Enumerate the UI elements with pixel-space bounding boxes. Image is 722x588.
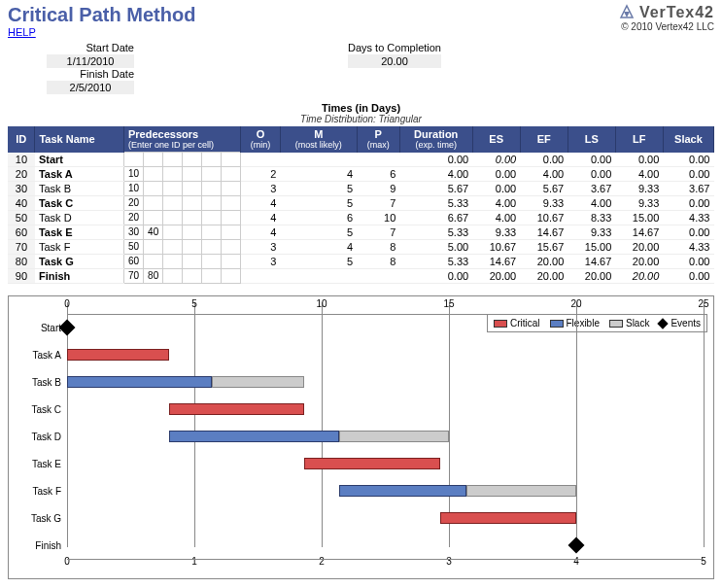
- col-task: Task Name: [35, 126, 124, 153]
- start-date-label: Start Date: [47, 42, 134, 53]
- col-pred: Predecessors(Enter one ID per cell): [123, 126, 240, 153]
- gantt-row-label: Task D: [15, 431, 61, 441]
- table-row[interactable]: 80Task G603585.3314.6720.0014.6720.000.0…: [8, 254, 714, 268]
- times-sub: Time Distribution: Triangular: [8, 114, 714, 124]
- critical-bar: [169, 403, 305, 415]
- vertex-logo-icon: [618, 4, 636, 21]
- page-title: Critical Path Method: [8, 4, 195, 26]
- gantt-row-label: Task A: [15, 349, 61, 360]
- axis-top-tick: 5: [191, 298, 197, 309]
- flexible-bar: [169, 431, 339, 442]
- col-ef: EF: [520, 126, 567, 153]
- svg-marker-1: [624, 12, 630, 17]
- gantt-row-label: Task E: [15, 458, 61, 468]
- slack-bar: [466, 485, 576, 497]
- axis-top-tick: 25: [698, 298, 708, 309]
- axis-bottom-tick: 4: [573, 556, 579, 567]
- critical-bar: [304, 458, 440, 469]
- axis-top-tick: 10: [316, 298, 327, 309]
- col-p: P(max): [357, 126, 399, 153]
- gantt-row-label: Start: [15, 322, 61, 332]
- brand-logo: VerTex42: [618, 4, 714, 21]
- help-link[interactable]: HELP: [8, 26, 36, 38]
- col-id: ID: [8, 126, 35, 153]
- finish-date-label: Finish Date: [47, 68, 134, 80]
- flexible-bar: [67, 376, 212, 388]
- critical-bar: [440, 512, 576, 524]
- brand-block: VerTex42 © 2010 Vertex42 LLC: [618, 4, 714, 32]
- axis-top-tick: 0: [64, 298, 70, 309]
- event-diamond: [59, 319, 76, 335]
- days-to-completion-value: 20.00: [348, 54, 441, 68]
- axis-bottom-tick: 2: [319, 556, 325, 567]
- days-to-completion-label: Days to Completion: [348, 42, 441, 53]
- table-row[interactable]: 40Task C204575.334.009.334.009.330.00: [8, 195, 714, 210]
- table-row[interactable]: 20Task A102464.000.004.000.004.000.00: [8, 166, 714, 181]
- gantt-row-label: Task F: [15, 485, 61, 496]
- col-ls: LS: [567, 126, 615, 153]
- gantt-row-label: Task G: [15, 512, 61, 523]
- cpm-table: ID Task Name Predecessors(Enter one ID p…: [8, 126, 714, 284]
- col-lf: LF: [615, 126, 663, 153]
- axis-top-tick: 15: [443, 298, 454, 309]
- axis-bottom-tick: 0: [64, 556, 70, 567]
- start-date-value[interactable]: 1/11/2010: [47, 54, 134, 68]
- table-row[interactable]: 50Task D2046106.674.0010.678.3315.004.33: [8, 210, 714, 225]
- flexible-bar: [339, 485, 466, 497]
- table-row[interactable]: 30Task B103595.670.005.673.679.333.67: [8, 181, 714, 195]
- gantt-chart: Days: Weeks: Critical Flexible Slack Eve…: [8, 295, 714, 579]
- table-row[interactable]: 70Task F503485.0010.6715.6715.0020.004.3…: [8, 239, 714, 254]
- gantt-row-label: Task C: [15, 403, 61, 414]
- gantt-row-label: Task B: [15, 376, 61, 387]
- critical-bar: [67, 349, 169, 361]
- finish-date-value: 2/5/2010: [47, 81, 134, 94]
- times-header: Times (in Days): [8, 102, 714, 114]
- table-row[interactable]: 10Start0.000.000.000.000.000.00: [8, 153, 714, 167]
- axis-bottom-tick: 3: [446, 556, 452, 567]
- col-dur: Duration(exp. time): [399, 126, 472, 153]
- col-o: O(min): [241, 126, 281, 153]
- col-es: ES: [472, 126, 520, 153]
- col-slack: Slack: [663, 126, 713, 153]
- slack-bar: [339, 431, 449, 442]
- axis-bottom-tick: 5: [701, 556, 706, 567]
- axis-bottom-tick: 1: [191, 556, 197, 567]
- event-diamond: [568, 536, 585, 553]
- table-row[interactable]: 60Task E30404575.339.3314.679.3314.670.0…: [8, 225, 714, 239]
- col-m: M(most likely): [280, 126, 357, 153]
- axis-top-tick: 20: [570, 298, 581, 309]
- copyright: © 2010 Vertex42 LLC: [618, 21, 714, 32]
- slack-bar: [212, 376, 305, 388]
- gantt-row-label: Finish: [15, 539, 61, 550]
- table-row[interactable]: 90Finish70800.0020.0020.0020.0020.000.00: [8, 268, 714, 283]
